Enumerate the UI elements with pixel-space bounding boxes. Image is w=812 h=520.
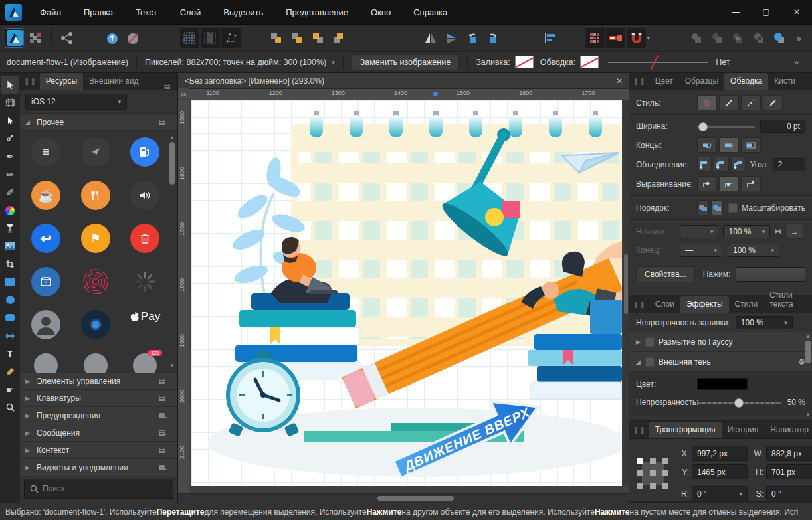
stroke-style-brush[interactable]: [763, 95, 783, 110]
align-inside[interactable]: [719, 176, 739, 191]
order-front[interactable]: [711, 200, 723, 215]
document-close-icon[interactable]: ✕: [616, 76, 623, 86]
rotate-cw-icon[interactable]: [484, 28, 503, 48]
tab-assets[interactable]: Ресурсы: [40, 73, 83, 90]
gaussian-blur-checkbox[interactable]: [645, 337, 655, 347]
vector-fill-tool-icon[interactable]: [1, 201, 19, 219]
scale-with-object-checkbox[interactable]: [728, 203, 738, 213]
asset-fuel[interactable]: [130, 137, 160, 167]
category-messages[interactable]: ▶Сообщения▤.: [20, 424, 177, 442]
asset-apple-pay[interactable]: Pay: [130, 310, 160, 339]
pixel-grid-icon[interactable]: [585, 28, 604, 48]
cap-square[interactable]: [741, 137, 761, 153]
collapse-triangle-icon[interactable]: ◢: [636, 359, 645, 365]
stroke-width-slider[interactable]: [608, 62, 708, 63]
s-dropdown[interactable]: 0 °▾: [766, 486, 812, 501]
menu-text[interactable]: Текст: [124, 1, 169, 23]
category-controls[interactable]: ▶Элементы управления▤.: [20, 373, 177, 390]
ellipse-tool-icon[interactable]: [1, 291, 19, 309]
maximize-button[interactable]: ▢: [751, 0, 781, 24]
align-outside[interactable]: [741, 176, 761, 191]
place-image-tool-icon[interactable]: [1, 237, 19, 255]
fill-opacity-dropdown[interactable]: 100 %▾: [736, 316, 793, 329]
tab-text-styles[interactable]: Стили текста: [763, 287, 812, 313]
asset-device-iphone-8[interactable]: Name iPhone 8: [80, 353, 111, 373]
end-style-dropdown[interactable]: —▾: [680, 244, 722, 257]
miter-field[interactable]: 2: [773, 158, 805, 171]
asset-search-input[interactable]: Поиск: [24, 479, 173, 499]
asset-trash[interactable]: [130, 224, 160, 253]
r-dropdown[interactable]: 0 °▾: [692, 486, 748, 501]
node-tool-icon[interactable]: [1, 112, 19, 130]
category-alerts[interactable]: ▶Предупреждения▤.: [20, 407, 177, 424]
cap-butt[interactable]: [697, 137, 717, 153]
x-field[interactable]: 997,2 px: [692, 446, 748, 461]
snapping-magnet-icon[interactable]: [627, 28, 646, 48]
hand-tool-icon[interactable]: ☛: [1, 381, 19, 398]
section-menu-icon[interactable]: ▤.: [153, 118, 172, 126]
panel-grip-icon[interactable]: ❚❚: [633, 301, 646, 308]
artboard-tool-icon[interactable]: [1, 94, 19, 112]
pencil-tool-icon[interactable]: ✏: [1, 165, 19, 183]
rotate-ccw-icon[interactable]: [462, 28, 482, 48]
assets-scrollbar[interactable]: ▲ ▼: [169, 135, 175, 369]
crop-tool-icon[interactable]: [1, 255, 19, 273]
shadow-opacity-slider[interactable]: [697, 402, 782, 404]
panel-grip-icon[interactable]: ❚❚: [633, 78, 646, 85]
tab-stroke[interactable]: Обводка: [724, 73, 768, 90]
alignment-icon[interactable]: [540, 28, 559, 48]
boolean-xor-icon[interactable]: [749, 28, 768, 48]
stroke-style-solid[interactable]: [719, 95, 739, 110]
asset-touch-id[interactable]: [80, 267, 111, 296]
arrow-shape-tool-icon[interactable]: [1, 327, 19, 345]
stroke-width-field[interactable]: 0 pt: [760, 120, 805, 133]
tab-navigator[interactable]: Навигатор: [764, 422, 812, 438]
stroke-width-slider[interactable]: [697, 126, 755, 128]
rectangle-tool-icon[interactable]: [1, 273, 19, 291]
canvas-vertical-scrollbar[interactable]: [623, 100, 629, 485]
replace-image-button[interactable]: Заменить изображение: [352, 54, 459, 70]
document-image[interactable]: ДВИЖЕНИЕ ВВЕРХ: [191, 100, 622, 486]
text-tool-icon[interactable]: T: [1, 345, 19, 363]
effect-gaussian-blur[interactable]: ▶ Размытие по Гауссу: [629, 332, 812, 352]
tab-styles[interactable]: Стили: [729, 296, 764, 313]
toolbar-overflow-icon[interactable]: »: [790, 33, 808, 43]
tab-layers[interactable]: Слои: [649, 296, 680, 313]
point-transform-tool-icon[interactable]: [1, 130, 19, 147]
asset-restaurant[interactable]: [80, 181, 111, 210]
order-behind[interactable]: [697, 200, 709, 215]
arrange-front-icon[interactable]: [328, 28, 348, 48]
move-tool-icon[interactable]: [1, 76, 19, 94]
menu-file[interactable]: Файл: [29, 1, 72, 23]
close-button[interactable]: ✕: [781, 0, 812, 24]
asset-list[interactable]: ≡: [31, 137, 61, 167]
asset-navigation[interactable]: [80, 137, 111, 167]
asset-volume[interactable]: [130, 181, 160, 210]
tab-brushes[interactable]: Кисти: [768, 73, 801, 90]
tab-effects[interactable]: Эффекты: [680, 296, 729, 313]
pressure-profile-field[interactable]: [736, 267, 805, 282]
end-scale-dropdown[interactable]: 100 %▾: [728, 244, 779, 257]
properties-button[interactable]: Свойства...: [636, 266, 695, 282]
tab-colour[interactable]: Цвет: [649, 73, 679, 90]
swap-ends-button[interactable]: →: [785, 224, 803, 239]
asset-flag[interactable]: ⚑: [80, 224, 111, 253]
menu-view[interactable]: Представление: [274, 1, 359, 23]
stroke-style-dashed[interactable]: [741, 95, 761, 110]
minimize-button[interactable]: —: [720, 0, 751, 24]
rounded-rectangle-tool-icon[interactable]: [1, 309, 19, 327]
start-style-dropdown[interactable]: —▾: [680, 225, 718, 238]
boolean-subtract-icon[interactable]: [707, 28, 726, 48]
asset-device-iphone-xs[interactable]: Name iPhone XS: [31, 353, 61, 373]
menu-select[interactable]: Выделить: [212, 1, 274, 23]
snap-columns-icon[interactable]: [201, 28, 220, 48]
asset-coffee[interactable]: ☕: [31, 181, 61, 210]
join-bevel[interactable]: [731, 157, 746, 172]
menu-help[interactable]: Справка: [402, 1, 458, 23]
panel-menu-icon[interactable]: ▤.: [159, 82, 177, 90]
shadow-color-swatch[interactable]: [697, 378, 748, 390]
flip-vertical-icon[interactable]: [442, 28, 461, 48]
arrange-forward-icon[interactable]: [308, 28, 327, 48]
collapse-triangle-icon[interactable]: ◢: [25, 119, 30, 126]
outer-shadow-checkbox[interactable]: [645, 357, 655, 367]
